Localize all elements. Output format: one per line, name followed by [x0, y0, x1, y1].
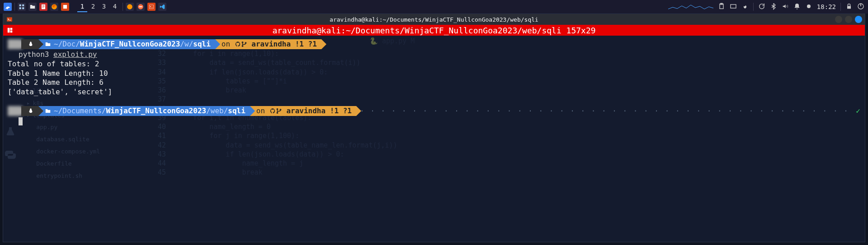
command-line-2[interactable]: [19, 117, 860, 126]
workspace-label: 3: [102, 3, 106, 10]
workspace-switcher: 1 2 3 4: [77, 1, 120, 12]
record-icon[interactable]: [805, 3, 812, 11]
workspace-label: 1: [80, 3, 84, 10]
activity-flask-icon: [5, 126, 16, 137]
ghost-side-item: entrypoint.sh: [19, 170, 100, 182]
clipboard-icon[interactable]: [718, 3, 725, 11]
window-controls: [835, 16, 862, 23]
path-repo: WinjaCTF_NullconGoa2023: [106, 106, 207, 116]
firefox-icon[interactable]: [50, 3, 58, 11]
svg-rect-9: [149, 5, 153, 9]
svg-rect-12: [731, 5, 736, 8]
ghost-side-item: Dockerfile: [19, 158, 100, 170]
kali-icon[interactable]: [4, 3, 12, 11]
output-line: Total no of tables: 2: [8, 60, 860, 69]
volume-icon[interactable]: [782, 3, 789, 11]
branch-icon: [241, 41, 247, 47]
svg-rect-18: [10, 28, 13, 30]
workspace-tab-4[interactable]: 4: [110, 1, 120, 12]
git-branch: aravindha: [286, 106, 326, 116]
power-icon[interactable]: [857, 3, 864, 11]
terminal-icon: [6, 16, 13, 23]
text-editor-icon[interactable]: [39, 3, 47, 11]
maximize-button[interactable]: [845, 16, 852, 23]
panel-left: 1 2 3 4: [4, 1, 166, 12]
workspace-label: 2: [91, 3, 95, 10]
resources-sparkline-icon: [668, 3, 713, 11]
close-button[interactable]: [855, 16, 862, 23]
desktop-panel: 1 2 3 4 18:22: [0, 0, 868, 14]
svg-point-25: [280, 109, 281, 110]
terminal-task-icon[interactable]: [147, 3, 156, 11]
workspace-label: 4: [113, 3, 117, 10]
path-repo: WinjaCTF_NullconGoa2023: [80, 40, 180, 49]
svg-rect-17: [8, 28, 10, 33]
firefox-2-icon[interactable]: [126, 3, 134, 11]
svg-rect-1: [22, 5, 24, 6]
svg-point-23: [277, 109, 278, 110]
clock[interactable]: 18:22: [817, 3, 836, 10]
tmux-status-text: aravindha@kali:~/Documents/WinjaCTF_Null…: [272, 26, 595, 35]
path-leaf: sqli: [228, 106, 245, 116]
window-title: aravindha@kali:~/Documents/WinjaCTF_Null…: [330, 16, 538, 23]
noaccess-icon[interactable]: [137, 3, 145, 11]
ghost-side-item: docker-compose.yml: [19, 146, 100, 158]
folder-icon: [45, 108, 51, 114]
svg-point-21: [242, 46, 243, 46]
workspaces-icon[interactable]: [730, 3, 737, 11]
vscode-task-icon[interactable]: [158, 3, 166, 11]
folder-icon: [45, 41, 51, 47]
svg-point-13: [807, 5, 811, 8]
command-binary: python3: [19, 50, 49, 59]
svg-rect-16: [7, 17, 12, 21]
notification-icon[interactable]: [793, 3, 801, 11]
window-titlebar[interactable]: aravindha@kali:~/Documents/WinjaCTF_Null…: [3, 14, 865, 25]
tmux-statusbar: aravindha@kali:~/Documents/WinjaCTF_Null…: [3, 25, 865, 36]
prompt-seg-os: [21, 39, 38, 49]
prompt-filler: · · · · · · · · · · · · · · · · · · · · …: [360, 106, 853, 116]
burpsuite-icon[interactable]: [61, 3, 69, 11]
terminal-body[interactable]: ▸ sqli ▸ k8s ▸ templates app.py database…: [3, 36, 865, 130]
prompt-seg-host: [8, 106, 21, 116]
git-branch: aravindha: [251, 40, 291, 49]
output-line: ['data_table', 'secret']: [8, 88, 860, 97]
svg-point-7: [127, 4, 132, 9]
path-mid: /web/: [206, 106, 228, 116]
git-status: !1 ?1: [330, 106, 352, 116]
flame-icon[interactable]: [741, 3, 749, 11]
panel-right: 18:22: [668, 3, 864, 11]
svg-rect-14: [847, 6, 851, 9]
tmux-prefix-icon: [7, 27, 13, 33]
bluetooth-icon[interactable]: [770, 3, 777, 11]
svg-rect-2: [19, 7, 21, 9]
svg-rect-4: [42, 5, 45, 9]
command-arg: exploit.py: [53, 50, 97, 59]
workspace-tab-3[interactable]: 3: [99, 1, 109, 12]
branch-icon: [276, 108, 282, 114]
svg-rect-3: [22, 7, 24, 9]
git-status: !1 ?1: [295, 40, 317, 49]
output-line: Table 1 Name Length: 10: [8, 69, 860, 79]
path-leaf: sqli: [193, 40, 211, 49]
github-icon: [269, 108, 276, 114]
workspace-tab-1[interactable]: 1: [77, 1, 87, 12]
prompt-seg-path: ~/Documents/WinjaCTF_NullconGoa2023/web/…: [38, 106, 250, 116]
workspace-tab-2[interactable]: 2: [88, 1, 98, 12]
ghost-side-item: database.sqlite: [19, 134, 100, 146]
linux-icon: [28, 108, 34, 114]
prompt-seg-git: on aravindha !1 ?1: [250, 106, 356, 116]
path-prefix: ~/Doc/: [54, 40, 80, 49]
files-icon[interactable]: [28, 3, 37, 11]
github-icon: [235, 41, 241, 47]
prompt-seg-os: [21, 106, 38, 116]
svg-point-22: [245, 42, 246, 43]
shell-prompt-2: ~/Documents/WinjaCTF_NullconGoa2023/web/…: [8, 106, 860, 116]
linux-icon: [28, 41, 34, 47]
minimize-button[interactable]: [835, 16, 842, 23]
svg-rect-6: [63, 5, 67, 9]
lock-icon[interactable]: [845, 3, 853, 11]
output-line: Table 2 Name Length: 6: [8, 78, 860, 88]
refresh-icon[interactable]: [758, 3, 765, 11]
prompt-status-ok-icon: ✓: [856, 106, 860, 116]
appfinder-icon[interactable]: [18, 3, 26, 11]
